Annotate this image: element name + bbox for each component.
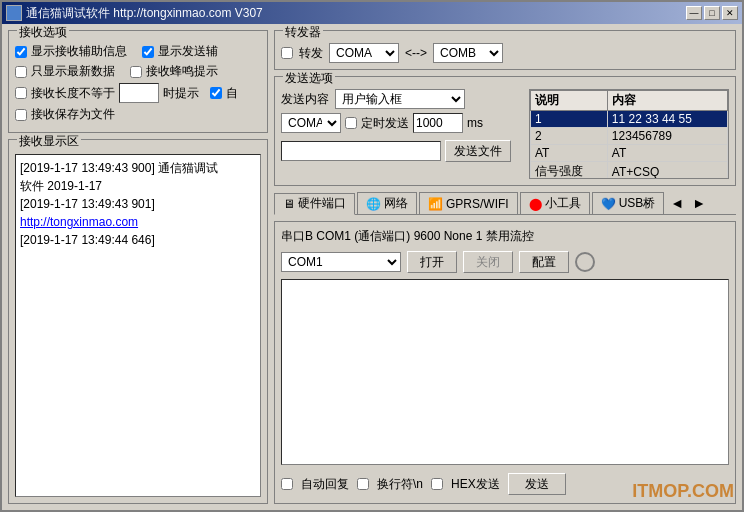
send-button[interactable]: 发送 — [508, 473, 566, 495]
comb-select[interactable]: COMB COMA — [433, 43, 503, 63]
bottom-controls: 自动回复 换行符\n HEX发送 发送 — [281, 471, 729, 497]
converter-group: 转发器 转发 COMA COMB <--> COMB COMA — [274, 30, 736, 70]
tab-scroll-right[interactable]: ► — [688, 193, 710, 213]
show-latest-only-checkbox[interactable] — [15, 66, 27, 78]
status-indicator — [575, 252, 595, 272]
send-options-inner: 发送内容 用户输入框 文件 COMA COMB — [281, 89, 729, 179]
beep-checkbox[interactable] — [130, 66, 142, 78]
show-receive-info-checkbox[interactable] — [15, 46, 27, 58]
time-prompt-label: 时提示 — [163, 85, 199, 102]
hardware-tab-icon: 🖥 — [283, 197, 295, 211]
tabs-row: 🖥 硬件端口 🌐 网络 📶 GPRS/WIFI ⬤ 小工具 — [274, 192, 736, 215]
send-left: 发送内容 用户输入框 文件 COMA COMB — [281, 89, 523, 179]
newline-label: 换行符\n — [377, 476, 423, 493]
left-panel: 接收选项 显示接收辅助信息 显示发送辅 只显示最新数据 接收蜂鸣提示 — [8, 30, 268, 504]
receive-options-group: 接收选项 显示接收辅助信息 显示发送辅 只显示最新数据 接收蜂鸣提示 — [8, 30, 268, 133]
tools-tab-label: 小工具 — [545, 195, 581, 212]
row-desc: AT — [531, 145, 608, 162]
open-button[interactable]: 打开 — [407, 251, 457, 273]
tab-tools[interactable]: ⬤ 小工具 — [520, 192, 590, 214]
length-check-label: 接收长度不等于 — [31, 85, 115, 102]
send-text-input[interactable] — [281, 141, 441, 161]
gprs-tab-label: GPRS/WIFI — [446, 197, 509, 211]
row-content: 11 22 33 44 55 — [607, 111, 727, 128]
forward-checkbox[interactable] — [281, 47, 293, 59]
table-row[interactable]: 1 11 22 33 44 55 — [531, 111, 728, 128]
newline-checkbox[interactable] — [357, 478, 369, 490]
send-table-container: 说明 内容 1 11 22 33 44 55 — [529, 89, 729, 179]
send-file-button[interactable]: 发送文件 — [445, 140, 511, 162]
log-line-3: [2019-1-17 13:49:43 901] — [20, 195, 256, 213]
timed-send-label: 定时发送 — [361, 115, 409, 132]
auto-reply-checkbox[interactable] — [281, 478, 293, 490]
send-content-label: 发送内容 — [281, 91, 329, 108]
converter-row: 转发 COMA COMB <--> COMB COMA — [281, 43, 729, 63]
checkbox-row-4: 接收保存为文件 — [15, 106, 261, 123]
title-bar: 通信猫调试软件 http://tongxinmao.com V307 — □ ✕ — [2, 2, 742, 24]
tab-network[interactable]: 🌐 网络 — [357, 192, 417, 214]
tab-scroll-left[interactable]: ◄ — [666, 193, 688, 213]
receive-display-area: [2019-1-17 13:49:43 900] 通信猫调试 软件 2019-1… — [15, 154, 261, 497]
maximize-button[interactable]: □ — [704, 6, 720, 20]
receive-display-title: 接收显示区 — [17, 133, 81, 150]
col-header-content: 内容 — [607, 91, 727, 111]
row-desc: 信号强度 — [531, 162, 608, 180]
log-line-1: [2019-1-17 13:49:43 900] 通信猫调试 — [20, 159, 256, 177]
col-header-desc: 说明 — [531, 91, 608, 111]
close-button[interactable]: 关闭 — [463, 251, 513, 273]
gprs-tab-icon: 📶 — [428, 197, 443, 211]
checkbox-row-1: 显示接收辅助信息 显示发送辅 — [15, 43, 261, 60]
usb-tab-icon: 💙 — [601, 197, 616, 211]
row-content: AT — [607, 145, 727, 162]
length-check-checkbox[interactable] — [15, 87, 27, 99]
checkbox-row-2: 只显示最新数据 接收蜂鸣提示 — [15, 63, 261, 80]
table-row[interactable]: 信号强度 AT+CSQ — [531, 162, 728, 180]
beep-label: 接收蜂鸣提示 — [146, 63, 218, 80]
send-content-select[interactable]: 用户输入框 文件 — [335, 89, 465, 109]
port-timed-row: COMA COMB 定时发送 ms — [281, 113, 523, 133]
send-table: 说明 内容 1 11 22 33 44 55 — [530, 90, 728, 179]
row-content: AT+CSQ — [607, 162, 727, 180]
ms-label: ms — [467, 116, 483, 130]
port-dropdown[interactable]: COM1 COM2 COM3 — [281, 252, 401, 272]
close-button[interactable]: ✕ — [722, 6, 738, 20]
auto-checkbox[interactable] — [210, 87, 222, 99]
converter-title: 转发器 — [283, 24, 323, 41]
table-row[interactable]: AT AT — [531, 145, 728, 162]
config-button[interactable]: 配置 — [519, 251, 569, 273]
log-line-2: 软件 2019-1-17 — [20, 177, 256, 195]
main-container: 接收选项 显示接收辅助信息 显示发送辅 只显示最新数据 接收蜂鸣提示 — [2, 24, 742, 510]
coma-select[interactable]: COMA COMB — [329, 43, 399, 63]
arrow-symbol: <--> — [405, 46, 427, 60]
send-input-row: 发送文件 — [281, 140, 523, 162]
show-send-info-checkbox[interactable] — [142, 46, 154, 58]
hardware-panel: 串口B COM1 (通信端口) 9600 None 1 禁用流控 COM1 CO… — [274, 221, 736, 504]
table-row[interactable]: 2 123456789 — [531, 128, 728, 145]
hex-send-checkbox[interactable] — [431, 478, 443, 490]
length-input[interactable] — [119, 83, 159, 103]
hex-send-label: HEX发送 — [451, 476, 500, 493]
send-content-row: 发送内容 用户输入框 文件 — [281, 89, 523, 109]
auto-reply-label: 自动回复 — [301, 476, 349, 493]
main-window: 通信猫调试软件 http://tongxinmao.com V307 — □ ✕… — [0, 0, 744, 512]
row-content: 123456789 — [607, 128, 727, 145]
tab-usb[interactable]: 💙 USB桥 — [592, 192, 665, 214]
tab-gprs[interactable]: 📶 GPRS/WIFI — [419, 192, 518, 214]
timed-send-input[interactable] — [413, 113, 463, 133]
send-options-group: 发送选项 发送内容 用户输入框 文件 — [274, 76, 736, 186]
log-link[interactable]: http://tongxinmao.com — [20, 215, 138, 229]
send-port-select[interactable]: COMA COMB — [281, 113, 341, 133]
receive-options-title: 接收选项 — [17, 24, 69, 41]
network-tab-icon: 🌐 — [366, 197, 381, 211]
row-desc: 1 — [531, 111, 608, 128]
save-to-file-checkbox[interactable] — [15, 109, 27, 121]
checkbox-row-3: 接收长度不等于 时提示 自 — [15, 83, 261, 103]
content-area: 接收选项 显示接收辅助信息 显示发送辅 只显示最新数据 接收蜂鸣提示 — [2, 24, 742, 510]
minimize-button[interactable]: — — [686, 6, 702, 20]
tools-tab-icon: ⬤ — [529, 197, 542, 211]
timed-send-checkbox[interactable] — [345, 117, 357, 129]
network-tab-label: 网络 — [384, 195, 408, 212]
tab-hardware[interactable]: 🖥 硬件端口 — [274, 193, 355, 215]
port-select-row: COM1 COM2 COM3 打开 关闭 配置 — [281, 251, 729, 273]
port-display-area — [281, 279, 729, 465]
